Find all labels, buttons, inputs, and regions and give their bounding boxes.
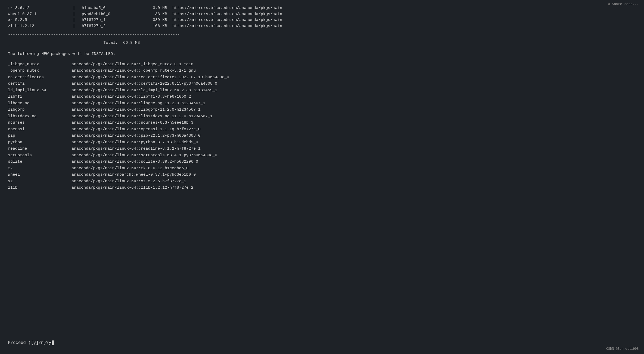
package-name: openssl: [8, 127, 72, 133]
pkg-size: 33 KB: [135, 11, 167, 18]
list-item: zlibanaconda/pkgs/main/linux-64::zlib-1.…: [8, 185, 636, 191]
install-header: The following NEW packages will be INSTA…: [8, 51, 636, 57]
package-name: libgomp: [8, 107, 72, 113]
list-item: sqliteanaconda/pkgs/main/linux-64::sqlit…: [8, 159, 636, 165]
package-name: sqlite: [8, 159, 72, 165]
table-row: wheel-0.37.1 | pyhd3eb1b0_033 KBhttps://…: [8, 11, 636, 18]
list-item: pipanaconda/pkgs/main/linux-64::pip-22.1…: [8, 133, 636, 139]
list-item: setuptoolsanaconda/pkgs/main/linux-64::s…: [8, 153, 636, 159]
package-path: anaconda/pkgs/main/linux-64::ld_impl_lin…: [72, 88, 217, 94]
pkg-url: https://mirrors.bfsu.edu.cn/anaconda/pkg…: [167, 17, 282, 23]
package-path: anaconda/pkgs/main/linux-64::libgcc-ng-1…: [72, 101, 205, 107]
list-item: xzanaconda/pkgs/main/linux-64::xz-5.2.5-…: [8, 179, 636, 185]
total-label: Total:: [8, 40, 118, 46]
package-path: anaconda/pkgs/main/linux-64::setuptools-…: [72, 153, 217, 159]
share-icon: [608, 3, 610, 5]
pkg-build: h1ccaba5_0: [77, 5, 135, 11]
package-path: anaconda/pkgs/main/linux-64::certifi-202…: [72, 81, 217, 87]
prompt-cursor: [52, 340, 54, 345]
package-name: tk: [8, 166, 72, 172]
pkg-name: zlib-1.2.12: [8, 23, 66, 29]
package-name: libgcc-ng: [8, 101, 72, 107]
pkg-size: 3.0 MB: [135, 5, 167, 11]
list-item: tkanaconda/pkgs/main/linux-64::tk-8.6.12…: [8, 166, 636, 172]
package-path: anaconda/pkgs/main/linux-64::libgomp-11.…: [72, 107, 201, 113]
package-path: anaconda/pkgs/main/linux-64::pip-22.1.2-…: [72, 133, 201, 139]
prompt-input: y: [49, 340, 51, 346]
top-bar: Share sess...: [608, 2, 639, 7]
package-name: ld_impl_linux-64: [8, 88, 72, 94]
pkg-sep: |: [66, 17, 77, 23]
list-item: wheelanaconda/pkgs/main/noarch::wheel-0.…: [8, 172, 636, 178]
prompt-text: Proceed ([y]/n)?: [8, 340, 49, 346]
package-name: _openmp_mutex: [8, 68, 72, 74]
package-name: wheel: [8, 172, 72, 178]
bottom-bar: CSDN @Bennett1998: [606, 347, 639, 351]
list-item: pythonanaconda/pkgs/main/linux-64::pytho…: [8, 140, 636, 146]
package-name: _libgcc_mutex: [8, 62, 72, 68]
terminal: Share sess... tk-8.6.12 | h1ccaba5_03.0 …: [0, 0, 644, 354]
pkg-sep: |: [66, 5, 77, 11]
list-item: libstdcxx-nganaconda/pkgs/main/linux-64:…: [8, 114, 636, 120]
pkg-sep: |: [66, 11, 77, 18]
pkg-name: xz-5.2.5: [8, 17, 66, 23]
list-item: opensslanaconda/pkgs/main/linux-64::open…: [8, 127, 636, 133]
package-path: anaconda/pkgs/main/linux-64::openssl-1.1…: [72, 127, 201, 133]
package-name: setuptools: [8, 153, 72, 159]
table-separator: ----------------------------------------…: [8, 32, 636, 38]
package-path: anaconda/pkgs/main/linux-64::libstdcxx-n…: [72, 114, 212, 120]
package-path: anaconda/pkgs/main/linux-64::readline-8.…: [72, 146, 201, 152]
package-path: anaconda/pkgs/main/linux-64::libffi-3.3-…: [72, 94, 191, 100]
package-name: libffi: [8, 94, 72, 100]
package-name: python: [8, 140, 72, 146]
package-name: libstdcxx-ng: [8, 114, 72, 120]
package-name: xz: [8, 179, 72, 185]
package-path: anaconda/pkgs/main/linux-64::_openmp_mut…: [72, 68, 196, 74]
package-path: anaconda/pkgs/main/linux-64::python-3.7.…: [72, 140, 198, 146]
list-item: ld_impl_linux-64anaconda/pkgs/main/linux…: [8, 88, 636, 94]
package-path: anaconda/pkgs/main/linux-64::_libgcc_mut…: [72, 62, 193, 68]
package-name: pip: [8, 133, 72, 139]
total-line: Total: 66.9 MB: [8, 40, 636, 46]
package-path: anaconda/pkgs/main/linux-64::xz-5.2.5-h7…: [72, 179, 186, 185]
list-item: libgcc-nganaconda/pkgs/main/linux-64::li…: [8, 101, 636, 107]
table-row: xz-5.2.5 | h7f8727e_1339 KBhttps://mirro…: [8, 17, 636, 23]
pkg-size: 339 KB: [135, 17, 167, 23]
package-path: anaconda/pkgs/main/linux-64::ncurses-6.3…: [72, 120, 193, 126]
package-name: readline: [8, 146, 72, 152]
share-text: Share sess...: [612, 2, 639, 7]
pkg-size: 106 KB: [135, 23, 167, 29]
table-row: zlib-1.2.12 | h7f8727e_2106 KBhttps://mi…: [8, 23, 636, 29]
pkg-url: https://mirrors.bfsu.edu.cn/anaconda/pkg…: [167, 11, 282, 18]
package-path: anaconda/pkgs/main/linux-64::sqlite-3.39…: [72, 159, 198, 165]
package-path: anaconda/pkgs/main/linux-64::tk-8.6.12-h…: [72, 166, 189, 172]
list-item: ca-certificatesanaconda/pkgs/main/linux-…: [8, 75, 636, 81]
list-item: readlineanaconda/pkgs/main/linux-64::rea…: [8, 146, 636, 152]
download-table: tk-8.6.12 | h1ccaba5_03.0 MBhttps://mirr…: [8, 5, 636, 29]
list-item: _libgcc_mutexanaconda/pkgs/main/linux-64…: [8, 62, 636, 68]
package-name: certifi: [8, 81, 72, 87]
list-item: certifianaconda/pkgs/main/linux-64::cert…: [8, 81, 636, 87]
pkg-name: wheel-0.37.1: [8, 11, 66, 18]
prompt-line[interactable]: Proceed ([y]/n)? y: [8, 340, 54, 346]
package-name: zlib: [8, 185, 72, 191]
bottom-text: CSDN @Bennett1998: [606, 347, 639, 351]
package-name: ca-certificates: [8, 75, 72, 81]
list-item: libffianaconda/pkgs/main/linux-64::libff…: [8, 94, 636, 100]
package-name: ncurses: [8, 120, 72, 126]
package-list: _libgcc_mutexanaconda/pkgs/main/linux-64…: [8, 62, 636, 191]
pkg-build: h7f8727e_2: [77, 23, 135, 29]
pkg-url: https://mirrors.bfsu.edu.cn/anaconda/pkg…: [167, 5, 282, 11]
pkg-build: pyhd3eb1b0_0: [77, 11, 135, 18]
total-value: 66.9 MB: [118, 40, 140, 46]
pkg-url: https://mirrors.bfsu.edu.cn/anaconda/pkg…: [167, 23, 282, 29]
pkg-sep: |: [66, 23, 77, 29]
list-item: ncursesanaconda/pkgs/main/linux-64::ncur…: [8, 120, 636, 126]
pkg-build: h7f8727e_1: [77, 17, 135, 23]
list-item: libgompanaconda/pkgs/main/linux-64::libg…: [8, 107, 636, 113]
package-path: anaconda/pkgs/main/linux-64::zlib-1.2.12…: [72, 185, 193, 191]
package-path: anaconda/pkgs/main/noarch::wheel-0.37.1-…: [72, 172, 196, 178]
list-item: _openmp_mutexanaconda/pkgs/main/linux-64…: [8, 68, 636, 74]
package-path: anaconda/pkgs/main/linux-64::ca-certific…: [72, 75, 229, 81]
table-row: tk-8.6.12 | h1ccaba5_03.0 MBhttps://mirr…: [8, 5, 636, 11]
